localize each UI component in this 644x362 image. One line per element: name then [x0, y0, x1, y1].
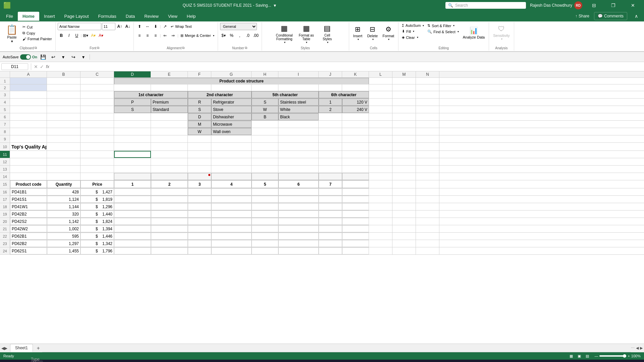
cell-h11[interactable] — [252, 151, 278, 158]
ribbon-collapse-button[interactable]: ∧ — [629, 11, 644, 21]
tab-home[interactable]: Home — [18, 12, 39, 21]
cell-i10[interactable] — [278, 143, 319, 150]
save-button[interactable]: 💾 — [39, 53, 47, 61]
cell-a10[interactable]: Top's Quality Appliances, Canada — [10, 143, 47, 150]
cell-m9[interactable] — [392, 135, 416, 142]
taskbar-task-view[interactable]: ⧉ — [44, 360, 56, 362]
cell-j10[interactable] — [319, 143, 342, 150]
scroll-prev-icon[interactable]: ◀ — [636, 346, 639, 350]
cell-e21[interactable] — [151, 225, 188, 232]
decrease-decimal-button[interactable]: .0 — [244, 32, 252, 39]
cell-d1-merged[interactable]: Product code structure — [114, 78, 369, 84]
cell-k24[interactable] — [342, 247, 369, 254]
cell-k2[interactable] — [342, 84, 369, 91]
cell-h20[interactable] — [252, 218, 278, 225]
clipboard-expand-icon[interactable]: ⧉ — [35, 46, 37, 50]
cell-f21[interactable] — [188, 225, 211, 232]
cell-k17[interactable] — [342, 196, 369, 203]
col-header-c[interactable]: C — [80, 71, 114, 77]
cell-d19[interactable] — [114, 210, 151, 218]
cell-d24[interactable] — [114, 247, 151, 254]
cell-c22[interactable]: $ 1,446 — [80, 233, 114, 240]
cell-f14[interactable] — [188, 173, 211, 180]
comma-button[interactable]: , — [236, 32, 244, 39]
cell-i4[interactable]: Stainless steel — [278, 99, 319, 106]
cell-k15[interactable] — [342, 180, 369, 188]
cell-j2[interactable] — [319, 84, 342, 91]
cell-d8[interactable] — [114, 128, 151, 135]
cell-e24[interactable] — [151, 247, 188, 254]
cell-f8[interactable]: W — [188, 128, 211, 135]
percent-button[interactable]: % — [228, 32, 235, 39]
cell-d3-merged[interactable]: 1st character — [114, 91, 188, 98]
cell-g2[interactable] — [211, 84, 252, 91]
cell-g19[interactable] — [211, 210, 252, 218]
taskbar-edge[interactable]: 🌐 — [58, 360, 70, 362]
cell-m20[interactable] — [392, 218, 416, 225]
redo-button[interactable]: ↪ — [69, 53, 77, 61]
cell-f23[interactable] — [188, 240, 211, 247]
cell-h13[interactable] — [252, 166, 278, 173]
cell-j23[interactable] — [319, 240, 342, 247]
cell-b15[interactable]: Quantity — [47, 180, 80, 188]
format-button[interactable]: ⚙ Format ▾ — [380, 23, 396, 43]
align-bottom-button[interactable]: ⬇ — [152, 23, 159, 30]
cell-f13[interactable] — [188, 166, 211, 173]
col-header-e[interactable]: E — [151, 71, 188, 77]
scroll-next-icon[interactable]: ▶ — [640, 346, 643, 350]
cell-c11[interactable] — [80, 151, 114, 158]
cell-c5[interactable] — [80, 106, 114, 113]
italic-button[interactable]: I — [65, 32, 73, 39]
find-select-button[interactable]: 🔍 Find & Select ▾ — [426, 29, 460, 35]
cell-i19[interactable] — [278, 210, 319, 218]
page-layout-view-button[interactable]: ▣ — [576, 353, 583, 359]
cell-m11[interactable] — [392, 151, 416, 158]
cell-e20[interactable] — [151, 218, 188, 225]
decrease-indent-button[interactable]: ⇐ — [161, 32, 169, 39]
cell-d23[interactable] — [114, 240, 151, 247]
increase-decimal-button[interactable]: .00 — [252, 32, 260, 39]
tab-insert[interactable]: Insert — [39, 12, 60, 21]
cell-c8[interactable] — [80, 128, 114, 135]
cell-g4[interactable]: Refrigerator — [211, 99, 252, 106]
cell-h24[interactable] — [252, 247, 278, 254]
cell-c21[interactable]: $ 1,394 — [80, 225, 114, 232]
cell-l2[interactable] — [369, 84, 392, 91]
cell-a5[interactable] — [10, 106, 47, 113]
col-header-d[interactable]: D — [114, 71, 151, 77]
cell-l17[interactable] — [369, 196, 392, 203]
align-center-button[interactable]: ≡ — [144, 32, 151, 39]
col-header-a[interactable]: A — [10, 71, 47, 77]
cell-c7[interactable] — [80, 121, 114, 128]
cell-c9[interactable] — [80, 135, 114, 142]
cell-n14[interactable] — [416, 173, 439, 180]
rotate-text-button[interactable]: ↗ — [161, 23, 169, 30]
cell-l7[interactable] — [369, 121, 392, 128]
cell-b21[interactable]: 1,002 — [47, 225, 80, 232]
cell-j9[interactable] — [319, 135, 342, 142]
cell-h8[interactable] — [252, 128, 278, 135]
cell-f24[interactable] — [188, 247, 211, 254]
col-header-b[interactable]: B — [47, 71, 80, 77]
tab-help[interactable]: Help — [182, 12, 201, 21]
cell-b12[interactable] — [47, 158, 80, 165]
currency-button[interactable]: $▾ — [220, 32, 227, 39]
cell-n23[interactable] — [416, 240, 439, 247]
cell-n17[interactable] — [416, 196, 439, 203]
underline-button[interactable]: U — [73, 32, 80, 39]
tab-formulas[interactable]: Formulas — [94, 12, 121, 21]
cell-g23[interactable] — [211, 240, 252, 247]
cell-l21[interactable] — [369, 225, 392, 232]
cell-g22[interactable] — [211, 233, 252, 240]
cell-l14[interactable] — [369, 173, 392, 180]
cell-e10[interactable] — [151, 143, 188, 150]
cell-i11[interactable] — [278, 151, 319, 158]
confirm-formula-button[interactable]: ✓ — [40, 64, 44, 69]
cut-button[interactable]: ✂ Cut — [21, 24, 53, 30]
cell-j22[interactable] — [319, 233, 342, 240]
cell-c6[interactable] — [80, 113, 114, 120]
cell-g15[interactable]: 4 — [211, 180, 252, 188]
cell-l20[interactable] — [369, 218, 392, 225]
cell-j13[interactable] — [319, 166, 342, 173]
cell-a3[interactable] — [10, 91, 47, 98]
